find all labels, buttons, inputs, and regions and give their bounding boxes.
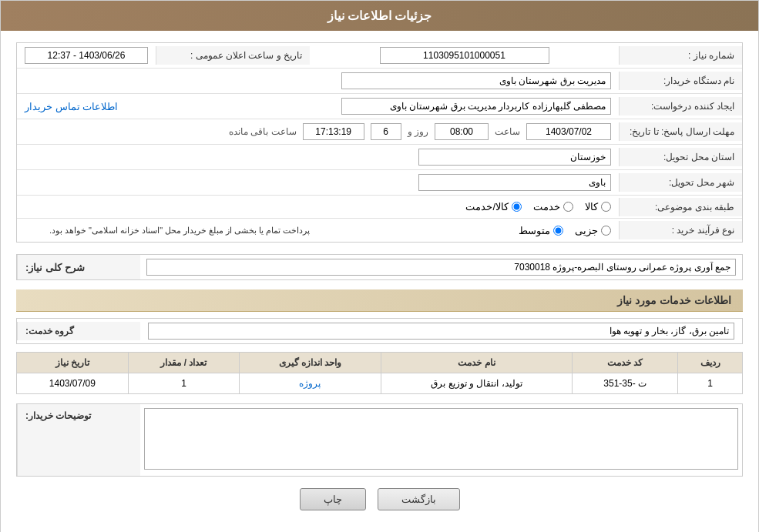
col-radif: ردیف: [678, 353, 743, 373]
ostan-label: استان محل تحویل:: [619, 148, 742, 166]
farayand-label: نوع فرآیند خرید :: [619, 221, 742, 239]
ijadKonnande-value: [126, 94, 619, 119]
baghimande-label: ساعت باقی مانده: [229, 126, 297, 137]
cell-tarikh: 1403/07/09: [17, 373, 129, 394]
sharh-content: [140, 255, 742, 279]
col-kod: کد خدمت: [573, 353, 678, 373]
cell-radif: 1: [678, 373, 743, 394]
radio-kala-khadamat-input[interactable]: [512, 202, 522, 212]
radio-kala-khadamat: کالا/خدمت: [465, 201, 522, 212]
radio-khadamat: خدمت: [533, 201, 573, 212]
sharh-input: [146, 259, 736, 276]
tabaqe-label: طبقه بندی موضوعی:: [619, 198, 742, 216]
date-input: [526, 123, 611, 140]
shomareNiaz-label: شماره نیاز :: [619, 46, 742, 65]
radio-khadamat-label: خدمت: [533, 201, 560, 212]
tabaqe-row: طبقه بندی موضوعی: کالا خدمت کالا/خدمت: [17, 196, 742, 219]
radio-kala-input[interactable]: [601, 202, 611, 212]
farāyand-row: نوع فرآیند خرید : جزیی متوسط پرداخت تمام…: [17, 219, 742, 242]
namDastgah-label: نام دستگاه خریدار:: [619, 72, 742, 90]
shahr-row: شهر محل تحویل:: [17, 170, 742, 196]
shahr-input: [418, 174, 611, 191]
tozihat-label: توضیحات خریدار:: [17, 404, 140, 476]
namDastgah-input: [341, 72, 611, 89]
tabaqe-options: کالا خدمت کالا/خدمت: [17, 197, 619, 216]
namDastgah-value: [17, 69, 619, 93]
mohlat-label: مهلت ارسال پاسخ: تا تاریخ:: [619, 122, 742, 141]
radio-motaset: متوسط: [519, 225, 563, 236]
main-info-section: شماره نیاز : تاریخ و ساعت اعلان عمومی : …: [16, 42, 743, 243]
tarikh-elaan-input: [25, 47, 148, 64]
tarikh-elaan-label: تاریخ و ساعت اعلان عمومی :: [156, 46, 310, 65]
col-nam: نام خدمت: [381, 353, 573, 373]
khadamat-section-title: اطلاعات خدمات مورد نیاز: [16, 289, 743, 312]
ijadKonnande-row: ایجاد کننده درخواست: اطلاعات تماس خریدار: [17, 94, 742, 119]
ostan-row: استان محل تحویل:: [17, 145, 742, 170]
grohe-input: [148, 323, 734, 340]
tozihat-section: توضیحات خریدار:: [16, 403, 743, 477]
services-table: ردیف کد خدمت نام خدمت واحد اندازه گیری ت…: [16, 352, 743, 394]
cell-tedad: 1: [128, 373, 240, 394]
table-row: 1 ت -35-351 تولید، انتقال و توزیع برق پر…: [17, 373, 743, 394]
vahed-link[interactable]: پروژه: [299, 378, 321, 389]
notice-text: پرداخت تمام یا بخشی از مبلغ خریدار محل "…: [17, 223, 318, 239]
shomareNiaz-value: [310, 43, 619, 68]
radio-motaset-label: متوسط: [519, 225, 550, 236]
tarikh-elaan-value: [17, 43, 156, 68]
farayand-options: جزیی متوسط: [318, 221, 620, 240]
roz-label: روز و: [408, 126, 428, 137]
col-tedad: تعداد / مقدار: [128, 353, 240, 373]
radio-jozee-label: جزیی: [575, 225, 598, 236]
back-button[interactable]: بازگشت: [378, 488, 460, 510]
baghimande-input: [303, 123, 364, 140]
shomareNiaz-row: شماره نیاز : تاریخ و ساعت اعلان عمومی :: [17, 43, 742, 69]
grohe-value: [140, 319, 742, 343]
sharh-section: شرح کلی نیاز:: [16, 254, 743, 280]
radio-kala-khadamat-label: کالا/خدمت: [465, 201, 509, 212]
radio-jozee-input[interactable]: [601, 226, 611, 236]
mohlat-row: مهلت ارسال پاسخ: تا تاریخ: ساعت روز و سا…: [17, 119, 742, 145]
ijadKonnande-input: [341, 98, 611, 115]
ettelaatTamas-container: اطلاعات تماس خریدار: [17, 97, 126, 116]
radio-jozee: جزیی: [575, 225, 611, 236]
namDastgah-row: نام دستگاه خریدار:: [17, 69, 742, 94]
ettelaatTamas-link[interactable]: اطلاعات تماس خریدار: [25, 101, 118, 112]
page-header: جزئیات اطلاعات نیاز: [1, 1, 758, 31]
grohe-row: گروه خدمت:: [16, 318, 743, 344]
radio-khadamat-input[interactable]: [563, 202, 573, 212]
table-header-row: ردیف کد خدمت نام خدمت واحد اندازه گیری ت…: [17, 353, 743, 373]
ijadKonnande-label: ایجاد کننده درخواست:: [619, 97, 742, 115]
cell-kod: ت -35-351: [573, 373, 678, 394]
time-container: ساعت روز و ساعت باقی مانده: [17, 119, 619, 144]
shahr-label: شهر محل تحویل:: [619, 173, 742, 192]
print-button[interactable]: چاپ: [300, 488, 366, 510]
saat-label: ساعت: [495, 126, 520, 137]
page-title: جزئیات اطلاعات نیاز: [327, 9, 432, 22]
ostan-value: [17, 145, 619, 169]
cell-vahed: پروژه: [240, 373, 381, 394]
ostan-input: [418, 149, 611, 166]
col-tarikh: تاریخ نیاز: [17, 353, 129, 373]
saat-input: [435, 123, 489, 140]
tozihat-content: [140, 404, 742, 476]
radio-kala: کالا: [585, 201, 611, 212]
col-vahed: واحد اندازه گیری: [240, 353, 381, 373]
shahr-value: [17, 170, 619, 195]
grohe-label: گروه خدمت:: [17, 322, 140, 340]
sharh-label: شرح کلی نیاز:: [17, 255, 140, 279]
shomareNiaz-input: [380, 47, 549, 64]
radio-kala-label: کالا: [585, 201, 598, 212]
radio-motaset-input[interactable]: [553, 226, 563, 236]
cell-nam: تولید، انتقال و توزیع برق: [381, 373, 573, 394]
tozihat-textarea[interactable]: [144, 408, 738, 470]
button-row: بازگشت چاپ: [16, 477, 743, 522]
roz-input: [371, 123, 401, 140]
